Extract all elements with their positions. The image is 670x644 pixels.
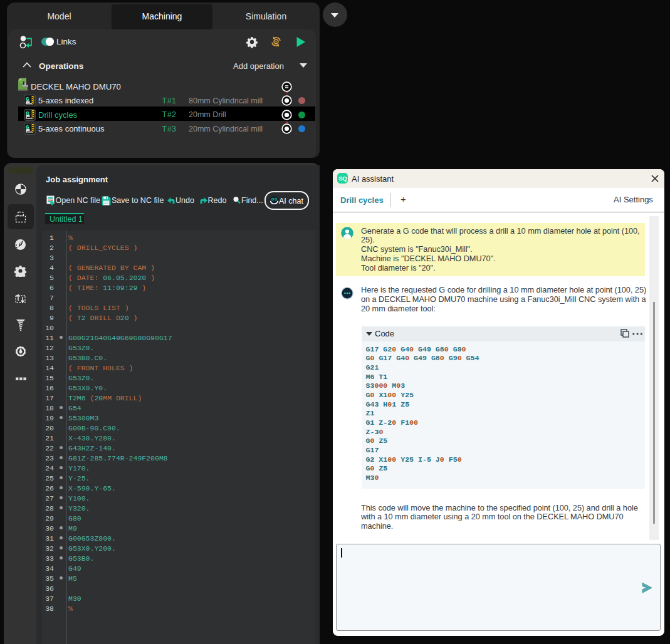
svg-text:Q: Q [342, 175, 347, 182]
